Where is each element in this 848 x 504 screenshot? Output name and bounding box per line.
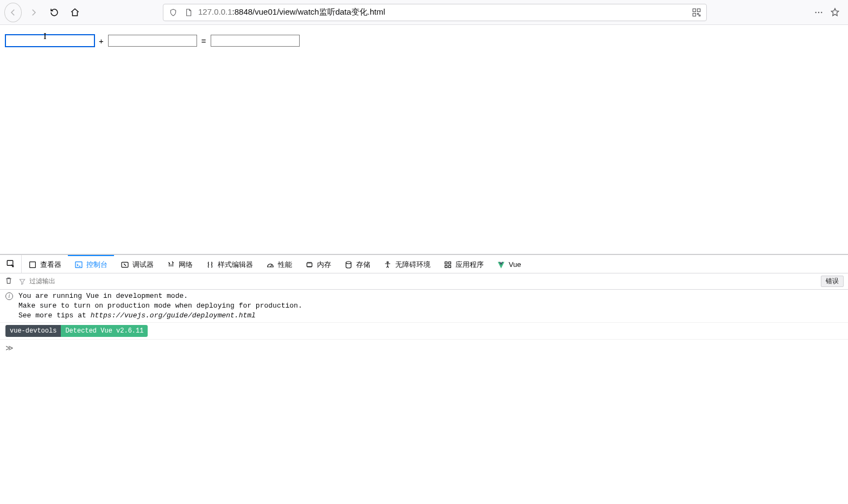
tab-label: 网络 <box>179 260 193 270</box>
console-output[interactable]: i You are running Vue in development mod… <box>0 290 848 504</box>
tab-label: 性能 <box>278 260 292 270</box>
detected-badge: Detected Vue v2.6.11 <box>61 325 148 337</box>
memory-icon <box>305 260 314 269</box>
svg-point-4 <box>818 11 819 12</box>
box-icon <box>28 260 37 269</box>
error-filter-button[interactable]: 错误 <box>821 276 844 287</box>
plus-operator: + <box>98 36 105 46</box>
devtools-tabs: 查看器 控制台 调试器 网络 样式编辑器 性能 内存 存储 <box>0 255 848 273</box>
console-icon <box>74 260 83 269</box>
perf-icon <box>266 260 275 269</box>
tab-label: 样式编辑器 <box>218 260 253 270</box>
svg-rect-7 <box>30 261 36 267</box>
bookmark-star-icon[interactable] <box>830 7 840 18</box>
trash-icon <box>4 276 13 285</box>
apps-icon <box>444 260 452 269</box>
console-message-body: You are running Vue in development mode.… <box>18 291 302 321</box>
svg-rect-0 <box>693 9 695 11</box>
svg-rect-2 <box>693 13 695 16</box>
page-content[interactable]: I + = <box>0 25 848 254</box>
devtools-badge: vue-devtools <box>5 325 61 337</box>
tab-storage[interactable]: 存储 <box>338 255 377 273</box>
svg-rect-8 <box>75 261 82 267</box>
styles-icon <box>206 260 214 269</box>
equals-operator: = <box>200 36 207 46</box>
tab-application[interactable]: 应用程序 <box>437 255 490 273</box>
forward-button[interactable] <box>25 4 42 21</box>
svg-point-11 <box>346 261 351 264</box>
tab-inspector[interactable]: 查看器 <box>22 255 68 273</box>
funnel-icon <box>18 278 26 285</box>
toolbar-right <box>813 7 844 18</box>
arrow-left-icon <box>8 8 18 17</box>
result-input[interactable] <box>211 35 300 47</box>
svg-rect-14 <box>448 261 451 264</box>
tab-console[interactable]: 控制台 <box>68 255 114 273</box>
qr-icon[interactable] <box>691 7 702 18</box>
tab-memory[interactable]: 内存 <box>299 255 338 273</box>
svg-point-5 <box>821 11 822 12</box>
svg-point-3 <box>815 11 817 12</box>
vue-icon <box>497 260 505 269</box>
tab-label: 调试器 <box>132 260 154 270</box>
picker-icon <box>6 259 16 269</box>
tab-performance[interactable]: 性能 <box>260 255 299 273</box>
back-circle <box>4 3 22 22</box>
tab-style-editor[interactable]: 样式编辑器 <box>199 255 260 273</box>
debugger-icon <box>121 260 129 269</box>
tab-label: Vue <box>509 260 521 269</box>
svg-point-12 <box>387 261 389 263</box>
operand2-input[interactable] <box>108 35 197 47</box>
reload-icon <box>49 8 59 17</box>
tab-label: 无障碍环境 <box>395 260 431 270</box>
operand1-input[interactable] <box>5 35 94 47</box>
tab-vue[interactable]: Vue <box>490 255 528 273</box>
home-button[interactable] <box>66 4 84 21</box>
svg-rect-10 <box>307 263 312 266</box>
tab-debugger[interactable]: 调试器 <box>114 255 160 273</box>
console-badge-row: vue-devtools Detected Vue v2.6.11 <box>0 323 848 340</box>
calc-row: + = <box>5 35 843 47</box>
devtools-panel: 查看器 控制台 调试器 网络 样式编辑器 性能 内存 存储 <box>0 254 848 504</box>
reload-button[interactable] <box>46 4 63 21</box>
arrow-right-icon <box>29 8 39 17</box>
tab-label: 内存 <box>317 260 331 270</box>
svg-rect-1 <box>698 9 700 11</box>
a11y-icon <box>383 260 392 269</box>
svg-rect-15 <box>445 265 447 267</box>
network-icon <box>167 260 175 269</box>
url-text: 127.0.0.1:8848/vue01/view/watch监听data变化.… <box>198 7 687 17</box>
svg-rect-13 <box>445 261 447 264</box>
page-icon <box>183 7 194 18</box>
clear-console-button[interactable] <box>4 276 13 286</box>
tab-label: 查看器 <box>40 260 61 270</box>
console-filter-bar: 过滤输出 错误 <box>0 273 848 290</box>
overflow-menu-icon[interactable] <box>813 7 824 18</box>
tab-network[interactable]: 网络 <box>160 255 199 273</box>
console-info-message: i You are running Vue in development mod… <box>0 290 848 323</box>
shield-icon <box>168 7 179 18</box>
info-icon: i <box>5 292 13 300</box>
tab-accessibility[interactable]: 无障碍环境 <box>377 255 437 273</box>
url-bar[interactable]: 127.0.0.1:8848/vue01/view/watch监听data变化.… <box>163 4 707 21</box>
tab-label: 应用程序 <box>455 260 484 270</box>
storage-icon <box>344 260 353 269</box>
back-button[interactable] <box>4 4 22 21</box>
svg-rect-16 <box>448 265 451 267</box>
svg-rect-6 <box>7 260 13 265</box>
element-picker-button[interactable] <box>0 255 22 273</box>
browser-toolbar: 127.0.0.1:8848/vue01/view/watch监听data变化.… <box>0 0 848 25</box>
home-icon <box>70 8 80 17</box>
filter-input[interactable]: 过滤输出 <box>18 277 815 286</box>
tab-label: 存储 <box>356 260 370 270</box>
filter-placeholder: 过滤输出 <box>29 277 55 286</box>
tab-label: 控制台 <box>86 260 107 270</box>
console-prompt[interactable]: ≫ <box>0 340 848 356</box>
